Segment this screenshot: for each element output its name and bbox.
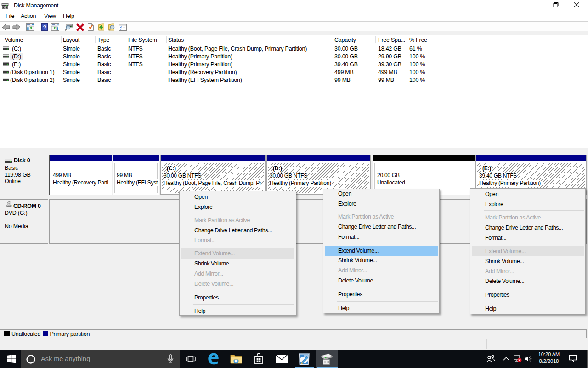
svg-text:?: ?: [43, 24, 46, 31]
